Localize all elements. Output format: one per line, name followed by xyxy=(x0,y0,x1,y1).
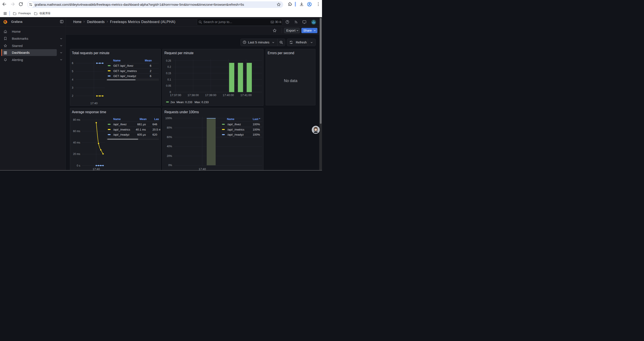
svg-text:GET /api/_/livez: GET /api/_/livez xyxy=(113,64,133,67)
svg-text:100%: 100% xyxy=(252,133,260,136)
svg-text:2: 2 xyxy=(72,94,73,97)
svg-text:2: 2 xyxy=(150,69,151,73)
svg-text:0.1: 0.1 xyxy=(167,78,171,81)
svg-text:17:41:00: 17:41:00 xyxy=(240,94,252,97)
svg-text:0.25: 0.25 xyxy=(166,59,171,62)
svg-text:605 µs: 605 µs xyxy=(137,133,146,136)
svg-text:6: 6 xyxy=(72,62,73,65)
svg-text:GET /api/_/readyz: GET /api/_/readyz xyxy=(113,74,136,78)
svg-text:Las: Las xyxy=(154,118,159,121)
svg-text:Mean: Mean xyxy=(145,59,152,62)
svg-text:Name: Name xyxy=(113,118,120,121)
svg-text:0%: 0% xyxy=(168,164,172,167)
svg-text:60 ms: 60 ms xyxy=(73,130,80,133)
svg-text:100%: 100% xyxy=(165,117,172,120)
svg-text:Name: Name xyxy=(113,59,120,62)
svg-text:Mean: Mean xyxy=(140,118,146,121)
svg-text:Name: Name xyxy=(227,118,234,121)
svg-text:17:37:00: 17:37:00 xyxy=(170,94,181,97)
svg-text:17:40: 17:40 xyxy=(90,102,97,105)
svg-text:20%: 20% xyxy=(166,154,172,158)
svg-text:4: 4 xyxy=(72,78,73,81)
svg-text:Max: 0.233: Max: 0.233 xyxy=(194,101,208,104)
svg-text:20.5 ms: 20.5 ms xyxy=(152,128,160,131)
svg-text:/api/_/metrics: /api/_/metrics xyxy=(113,128,130,131)
svg-text:6: 6 xyxy=(150,74,151,78)
svg-text:0 s: 0 s xyxy=(76,164,80,167)
svg-text:/api/_/readyz: /api/_/readyz xyxy=(227,133,244,136)
svg-text:5: 5 xyxy=(72,70,73,73)
svg-text:17:38:00: 17:38:00 xyxy=(188,94,198,97)
svg-text:/api/_/readyz: /api/_/readyz xyxy=(113,133,129,136)
svg-text:60%: 60% xyxy=(166,136,172,139)
svg-text:40 ms: 40 ms xyxy=(73,141,80,144)
svg-text:17:39:00: 17:39:00 xyxy=(205,94,216,97)
svg-text:0.2: 0.2 xyxy=(167,65,171,69)
svg-text:Last *: Last * xyxy=(252,118,260,121)
svg-text:/api/_/livez: /api/_/livez xyxy=(113,123,126,126)
svg-text:/api/_/metrics: /api/_/metrics xyxy=(227,128,244,131)
svg-text:80%: 80% xyxy=(166,126,172,129)
svg-text:646: 646 xyxy=(152,123,157,126)
svg-text:100%: 100% xyxy=(252,128,260,131)
svg-text:661 µs: 661 µs xyxy=(137,123,146,126)
svg-text:GET /api/_/metrics: GET /api/_/metrics xyxy=(113,69,137,73)
svg-text:3: 3 xyxy=(72,86,73,89)
svg-text:/api/_/livez: /api/_/livez xyxy=(227,123,241,126)
svg-text:620: 620 xyxy=(152,133,157,136)
svg-text:6: 6 xyxy=(150,64,151,67)
svg-text:Mean: 0.233: Mean: 0.233 xyxy=(176,101,192,104)
svg-text:80 ms: 80 ms xyxy=(73,118,80,121)
svg-text:40%: 40% xyxy=(166,145,172,148)
svg-text:100%: 100% xyxy=(252,123,260,126)
svg-text:0.15: 0.15 xyxy=(166,72,171,75)
svg-text:17:40:00: 17:40:00 xyxy=(222,94,234,97)
svg-text:2xx: 2xx xyxy=(170,101,175,104)
svg-text:0: 0 xyxy=(170,91,171,94)
svg-text:20 ms: 20 ms xyxy=(73,153,80,156)
svg-text:40.1 ms: 40.1 ms xyxy=(136,128,146,131)
svg-text:0.05: 0.05 xyxy=(166,84,171,87)
